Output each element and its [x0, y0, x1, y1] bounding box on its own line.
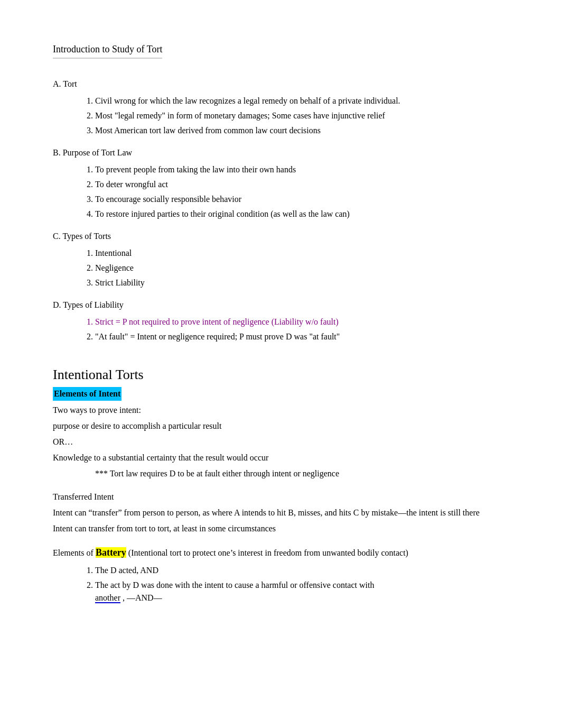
elements-heading: Elements of Intent: [53, 387, 121, 401]
section-c-header: C. Types of Torts: [53, 230, 513, 243]
battery-elements-block: Elements of Battery (Intentional tort to…: [53, 546, 513, 560]
section-c-list: Intentional Negligence Strict Liability: [95, 247, 513, 289]
section-a-header: A. Tort: [53, 78, 513, 90]
section-b-header: B. Purpose of Tort Law: [53, 146, 513, 159]
list-item: To restore injured parties to their orig…: [95, 208, 513, 220]
section-d-list: Strict = P not required to prove intent …: [95, 316, 513, 343]
list-item: Intentional: [95, 247, 513, 260]
intentional-torts-heading: Intentional Torts: [53, 364, 513, 385]
purpose-line: purpose or desire to accomplish a partic…: [53, 420, 513, 432]
list-item: Negligence: [95, 262, 513, 274]
list-item: To deter wrongful act: [95, 178, 513, 191]
list-item-at-fault: "At fault" = Intent or negligence requir…: [95, 330, 513, 343]
list-item: Most American tort law derived from comm…: [95, 124, 513, 137]
section-a: A. Tort Civil wrong for which the law re…: [53, 78, 513, 137]
or-line: OR…: [53, 436, 513, 448]
battery-item-2: The act by D was done with the intent to…: [95, 579, 513, 604]
knowledge-line: Knowledge to a substantial certainty tha…: [53, 451, 513, 464]
battery-suffix: (Intentional tort to protect one’s inter…: [126, 548, 408, 557]
transferred-line1: Intent can “transfer” from person to per…: [53, 506, 513, 519]
section-c: C. Types of Torts Intentional Negligence…: [53, 230, 513, 289]
list-item: Strict Liability: [95, 277, 513, 289]
section-b-list: To prevent people from taking the law in…: [95, 163, 513, 220]
section-d: D. Types of Liability Strict = P not req…: [53, 299, 513, 343]
battery-item2-part2: another: [95, 593, 120, 603]
battery-item-1: The D acted, AND: [95, 564, 513, 577]
transferred-line2: Intent can transfer from tort to tort, a…: [53, 522, 513, 535]
battery-item2-part3: , —AND—: [120, 593, 162, 602]
section-a-list: Civil wrong for which the law recognizes…: [95, 95, 513, 137]
note-line: *** Tort law requires D to be at fault e…: [95, 467, 513, 480]
battery-list: The D acted, AND The act by D was done w…: [95, 564, 513, 604]
list-item-strict: Strict = P not required to prove intent …: [95, 316, 513, 328]
list-item: To encourage socially responsible behavi…: [95, 193, 513, 206]
list-item: Most "legal remedy" in form of monetary …: [95, 109, 513, 122]
battery-item2-part1: The act by D was done with the intent to…: [95, 580, 374, 589]
two-ways-line: Two ways to prove intent:: [53, 404, 513, 417]
battery-prefix: Elements of: [53, 548, 96, 557]
list-item: Civil wrong for which the law recognizes…: [95, 95, 513, 107]
list-item: To prevent people from taking the law in…: [95, 163, 513, 176]
page-title: Introduction to Study of Tort: [53, 42, 162, 59]
section-d-header: D. Types of Liability: [53, 299, 513, 311]
intentional-torts-section: Intentional Torts Elements of Intent Two…: [53, 364, 513, 604]
transferred-header: Transferred Intent: [53, 491, 513, 503]
section-b: B. Purpose of Tort Law To prevent people…: [53, 146, 513, 220]
transferred-block: Transferred Intent Intent can “transfer”…: [53, 491, 513, 535]
battery-word: Battery: [96, 547, 126, 558]
